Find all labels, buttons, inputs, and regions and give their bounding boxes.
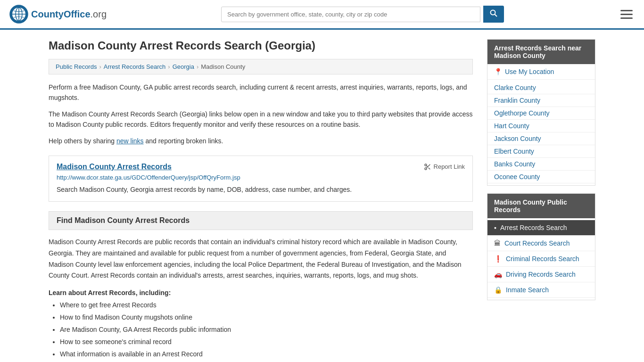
nearby-county-link[interactable]: Elbert County — [494, 148, 534, 155]
svg-line-12 — [426, 165, 428, 167]
nav-item-icon: 🔒 — [494, 286, 502, 294]
svg-point-9 — [425, 168, 427, 170]
hamburger-line — [620, 10, 633, 11]
nearby-county-item: Banks County — [487, 158, 595, 171]
nearby-county-item: Jackson County — [487, 132, 595, 145]
hamburger-line — [620, 14, 633, 15]
new-links-link[interactable]: new links — [116, 137, 144, 145]
svg-point-8 — [425, 164, 427, 166]
record-link-header: Madison County Arrest Records Report Lin… — [57, 163, 465, 171]
nearby-county-item: Elbert County — [487, 145, 595, 158]
learn-header: Learn about Arrest Records, including: — [49, 289, 473, 296]
nav-item-icon: 🚗 — [494, 271, 502, 278]
nearby-county-link[interactable]: Clarke County — [494, 84, 536, 91]
main-container: Madison County Arrest Records Search (Ge… — [39, 30, 605, 362]
learn-list-item: What information is available in an Arre… — [60, 349, 473, 359]
breadcrumb-sep: › — [168, 63, 170, 70]
nav-item-link[interactable]: Court Records Search — [504, 239, 570, 247]
breadcrumb-madison-county: Madison County — [201, 63, 245, 70]
nav-list-item: 🏛Court Records Search — [487, 236, 595, 251]
breadcrumb-arrest-records[interactable]: Arrest Records Search — [104, 63, 166, 70]
nav-item-label[interactable]: Arrest Records Search — [500, 224, 567, 231]
use-location-link[interactable]: Use My Location — [505, 68, 554, 75]
nav-item-icon: ▪ — [494, 224, 496, 231]
public-records-header: Madison County Public Records — [487, 194, 595, 218]
nav-item-icon: 🏛 — [494, 239, 501, 247]
logo-text: CountyOffice.org — [31, 9, 107, 20]
learn-list-item: Where to get free Arrest Records — [60, 300, 473, 310]
page-title: Madison County Arrest Records Search (Ge… — [49, 39, 473, 52]
nearby-county-item: Hart County — [487, 120, 595, 132]
breadcrumb-sep: › — [197, 63, 198, 70]
find-section-header: Find Madison County Arrest Records — [49, 211, 473, 230]
search-input[interactable] — [221, 7, 480, 22]
nav-item-link[interactable]: Driving Records Search — [506, 271, 576, 278]
nav-item-icon: ❗ — [494, 255, 502, 263]
public-records-nav: ▪Arrest Records Search🏛Court Records Sea… — [487, 218, 595, 300]
nearby-county-link[interactable]: Jackson County — [494, 135, 541, 142]
nearby-county-link[interactable]: Oglethorpe County — [494, 109, 550, 117]
logo-area: CountyOffice.org — [9, 5, 107, 24]
svg-point-6 — [491, 10, 495, 15]
breadcrumb-sep: › — [99, 63, 101, 70]
sidebar: Arrest Records Search near Madison Count… — [487, 39, 595, 362]
learn-list-item: Are Madison County, GA Arrest Records pu… — [60, 325, 473, 335]
learn-list-item: How to see someone's criminal record — [60, 337, 473, 347]
svg-line-11 — [428, 168, 430, 170]
search-area — [221, 6, 504, 23]
nearby-section-header: Arrest Records Search near Madison Count… — [487, 40, 595, 64]
description-3: Help others by sharing new links and rep… — [49, 136, 473, 146]
nav-list-item: 🔒Inmate Search — [487, 282, 595, 298]
breadcrumb: Public Records › Arrest Records Search ›… — [49, 59, 473, 74]
search-button[interactable] — [483, 6, 504, 23]
nearby-county-item: Oglethorpe County — [487, 107, 595, 120]
nearby-county-link[interactable]: Franklin County — [494, 97, 540, 104]
nearby-county-link[interactable]: Banks County — [494, 160, 535, 168]
logo-icon — [9, 5, 28, 24]
learn-list: Where to get free Arrest RecordsHow to f… — [49, 300, 473, 359]
learn-list-item: How to find Madison County mugshots onli… — [60, 313, 473, 322]
site-header: CountyOffice.org — [0, 0, 644, 30]
nearby-county-link[interactable]: Hart County — [494, 122, 529, 130]
record-link-box: Madison County Arrest Records Report Lin… — [49, 156, 473, 202]
description-2: The Madison County Arrest Records Search… — [49, 109, 473, 130]
find-section: Find Madison County Arrest Records Madis… — [49, 211, 473, 359]
nav-list-item: ❗Criminal Records Search — [487, 251, 595, 267]
nearby-county-item: Franklin County — [487, 94, 595, 107]
nav-list-item: ▪Arrest Records Search — [487, 220, 595, 236]
record-description: Search Madison County, Georgia arrest re… — [57, 185, 465, 195]
svg-line-7 — [495, 15, 497, 17]
nearby-county-list: Clarke CountyFranklin CountyOglethorpe C… — [487, 80, 595, 185]
main-content: Madison County Arrest Records Search (Ge… — [49, 39, 473, 362]
hamburger-line — [620, 17, 633, 19]
description-1: Perform a free Madison County, GA public… — [49, 82, 473, 103]
use-location-item: 📍 Use My Location — [487, 64, 595, 80]
nearby-county-item: Clarke County — [487, 82, 595, 94]
breadcrumb-public-records[interactable]: Public Records — [56, 63, 97, 70]
breadcrumb-georgia[interactable]: Georgia — [173, 63, 194, 70]
search-icon — [490, 9, 497, 17]
scissors-icon — [424, 163, 431, 171]
nav-item-link[interactable]: Inmate Search — [506, 286, 549, 294]
public-records-section: Madison County Public Records ▪Arrest Re… — [487, 193, 595, 300]
report-link-button[interactable]: Report Link — [424, 163, 465, 171]
hamburger-menu-button[interactable] — [619, 8, 635, 21]
location-pin-icon: 📍 — [494, 68, 502, 75]
nearby-county-link[interactable]: Oconee County — [494, 173, 540, 181]
record-link-title[interactable]: Madison County Arrest Records — [57, 163, 172, 171]
nearby-section: Arrest Records Search near Madison Count… — [487, 39, 595, 186]
record-url-link[interactable]: http://www.dcor.state.ga.us/GDC/Offender… — [57, 174, 465, 181]
nearby-county-item: Oconee County — [487, 171, 595, 183]
find-section-body: Madison County Arrest Records are public… — [49, 237, 473, 281]
nav-list-item: 🚗Driving Records Search — [487, 267, 595, 282]
nav-item-link[interactable]: Criminal Records Search — [506, 255, 579, 263]
